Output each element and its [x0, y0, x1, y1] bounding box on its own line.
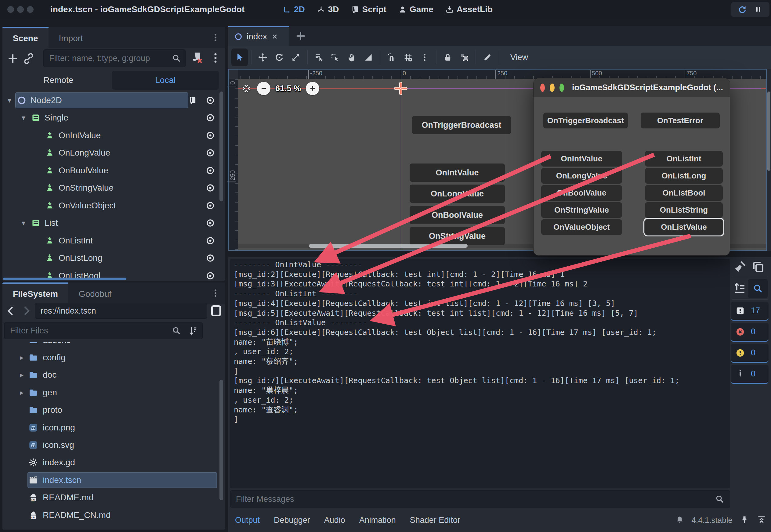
scene-tree-row[interactable]: OnStringValue — [4, 179, 217, 197]
scene-tree-row[interactable]: ▾ Single — [4, 109, 217, 127]
file-tree-row[interactable]: addons — [4, 342, 217, 349]
game-button[interactable]: OnLongValue — [541, 168, 622, 184]
visibility-eye-icon[interactable] — [205, 166, 215, 175]
visibility-eye-icon[interactable] — [205, 131, 215, 140]
scene-tree-row[interactable]: OnListInt — [4, 232, 217, 250]
message-count-toggle[interactable]: 0 — [731, 344, 769, 363]
current-path-field[interactable] — [35, 303, 207, 319]
origin-position-gizmo[interactable] — [394, 82, 408, 95]
scene-dock-tab[interactable]: Import — [49, 27, 93, 48]
file-tree-row[interactable]: icon.svg — [4, 436, 217, 454]
nav-back-icon[interactable] — [4, 304, 18, 318]
main-screen-tab[interactable]: AssetLib — [445, 5, 493, 14]
game-button[interactable]: OnListString — [645, 202, 723, 218]
scene-dock-tab[interactable]: Scene — [2, 27, 49, 48]
visibility-eye-icon[interactable] — [205, 236, 215, 246]
pan-tool-button[interactable] — [344, 49, 360, 66]
file-tree-row[interactable]: TXT README.md — [4, 489, 217, 506]
file-tree-row[interactable]: proto — [4, 401, 217, 419]
detach-script-button[interactable] — [189, 51, 205, 65]
file-tree-row[interactable]: index.gd — [4, 454, 217, 471]
file-tree-row[interactable]: ▸ doc — [4, 366, 217, 384]
window-zoom-button[interactable] — [27, 6, 34, 13]
main-screen-tab[interactable]: 2D — [282, 5, 305, 14]
visibility-eye-icon[interactable] — [205, 95, 215, 105]
rotate-tool-button[interactable] — [271, 49, 287, 66]
remote-local-segment[interactable]: Local — [112, 71, 219, 90]
scene-tree-row[interactable]: OnBoolValue — [4, 162, 217, 179]
pause-game-icon[interactable] — [753, 5, 763, 14]
bottom-panel-tab[interactable]: Audio — [324, 516, 345, 525]
ruler-tool-button[interactable] — [360, 49, 376, 66]
file-tree-row[interactable]: ▸ gen — [4, 384, 217, 401]
pin-bottom-panel-icon[interactable] — [739, 515, 750, 525]
expander-icon[interactable]: ▸ — [16, 353, 27, 362]
expander-icon[interactable]: ▾ — [4, 96, 15, 105]
scene-tab-index[interactable]: index — [228, 26, 289, 46]
window-minimize-button[interactable] — [17, 6, 24, 13]
visibility-eye-icon[interactable] — [205, 201, 215, 210]
move-tool-button[interactable] — [254, 49, 271, 66]
main-screen-tab[interactable]: Game — [398, 5, 434, 14]
game-button[interactable]: OnBoolValue — [541, 185, 622, 201]
scene-tree-row[interactable]: OnLongValue — [4, 144, 217, 162]
traffic-zoom-button[interactable] — [560, 84, 564, 92]
bottom-panel-tab[interactable]: Output — [235, 516, 260, 525]
zo om-level[interactable]: 61.5 % — [275, 84, 301, 93]
main-screen-tab[interactable]: Script — [351, 5, 387, 14]
message-count-toggle[interactable]: 0 — [731, 365, 769, 384]
filesystem-dock-tab[interactable]: Godobuf — [68, 282, 122, 304]
group-node-button[interactable] — [456, 49, 473, 66]
on-test-error-button[interactable]: OnTestError — [641, 113, 720, 128]
game-window-titlebar[interactable]: ioGameSdkGDScriptExampleGodot (... — [534, 78, 730, 97]
notification-bell-icon[interactable] — [675, 515, 685, 525]
traffic-close-button[interactable] — [540, 84, 545, 92]
sort-files-icon[interactable] — [187, 325, 198, 336]
scene-tree-row[interactable]: OnIntValue — [4, 127, 217, 144]
canvas-vscrollbar[interactable] — [767, 69, 771, 251]
smart-snap-button[interactable] — [383, 49, 400, 66]
instance-scene-button[interactable] — [21, 52, 37, 65]
expander-icon[interactable]: ▾ — [18, 219, 29, 227]
message-count-toggle[interactable]: 17 — [731, 302, 769, 321]
file-tree-row[interactable]: ▸ config — [4, 349, 217, 366]
traffic-minimize-button[interactable] — [550, 84, 554, 92]
skeleton-options-button[interactable] — [479, 49, 496, 66]
filesystem-dock-menu-icon[interactable] — [210, 288, 221, 298]
message-count-toggle[interactable]: 0 — [731, 323, 769, 342]
close-scene-icon[interactable] — [271, 33, 279, 41]
expander-icon[interactable]: ▸ — [16, 371, 27, 379]
game-window[interactable]: ioGameSdkGDScriptExampleGodot (... OnTri… — [533, 78, 730, 256]
scene-dock-menu-icon[interactable] — [210, 32, 221, 43]
search-output-button[interactable] — [748, 279, 768, 298]
bottom-panel-tab[interactable]: Animation — [359, 516, 396, 525]
grid-snap-button[interactable] — [400, 49, 416, 66]
zoom-in-button[interactable] — [306, 82, 319, 95]
game-button[interactable]: OnListInt — [645, 151, 723, 167]
visibility-eye-icon[interactable] — [205, 218, 215, 228]
bottom-panel-tab[interactable]: Debugger — [274, 516, 310, 525]
game-button[interactable]: OnListValue — [645, 219, 723, 235]
expander-icon[interactable]: ▾ — [18, 113, 29, 122]
list-select-tool-button[interactable] — [311, 49, 327, 66]
file-tree-row[interactable]: icon.png — [4, 419, 217, 436]
snap-options-button[interactable] — [416, 49, 433, 66]
attached-script-icon[interactable] — [188, 96, 197, 105]
window-close-button[interactable] — [7, 6, 14, 13]
remote-local-segment[interactable]: Remote — [5, 71, 112, 90]
collapse-duplicates-icon[interactable] — [733, 281, 747, 296]
scene-tree-menu-icon[interactable] — [207, 51, 223, 65]
visibility-eye-icon[interactable] — [205, 148, 215, 158]
toggle-split-mode-icon[interactable] — [209, 304, 223, 318]
new-scene-tab-button[interactable] — [294, 30, 307, 42]
game-button[interactable]: OnStringValue — [541, 202, 622, 218]
center-view-icon[interactable] — [240, 83, 252, 94]
clear-output-icon[interactable] — [733, 260, 747, 274]
scene-tree-row[interactable]: ▾ List — [4, 214, 217, 232]
filter-messages-input[interactable] — [230, 490, 730, 508]
visibility-eye-icon[interactable] — [205, 271, 215, 279]
visibility-eye-icon[interactable] — [205, 113, 215, 123]
scene-tree-row[interactable]: OnListLong — [4, 250, 217, 267]
file-tree-scrollbar[interactable] — [219, 380, 223, 500]
output-log[interactable]: -------- OnIntValue -------- [msg_id:2][… — [230, 259, 730, 488]
